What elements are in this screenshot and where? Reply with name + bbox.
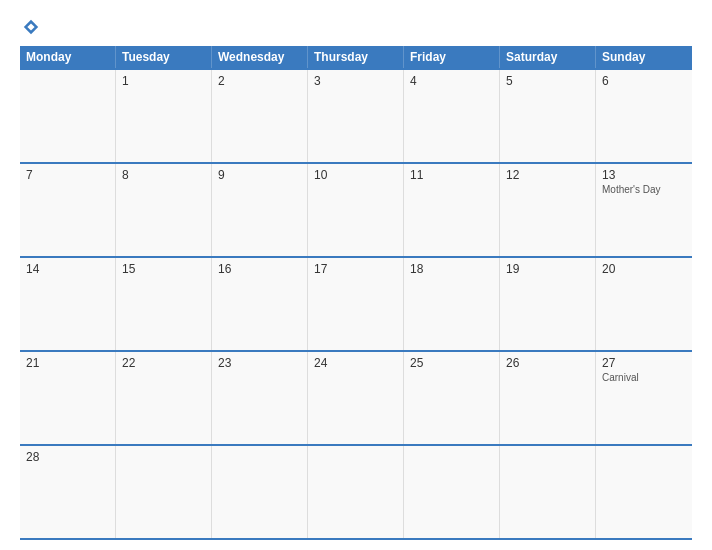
calendar-cell: 25 — [404, 352, 500, 444]
day-number: 2 — [218, 74, 301, 88]
day-number: 12 — [506, 168, 589, 182]
calendar-cell: 7 — [20, 164, 116, 256]
day-number: 28 — [26, 450, 109, 464]
calendar-week-2: 78910111213Mother's Day — [20, 162, 692, 256]
calendar-cell: 3 — [308, 70, 404, 162]
calendar-week-3: 14151617181920 — [20, 256, 692, 350]
calendar-cell: 21 — [20, 352, 116, 444]
calendar-cell: 9 — [212, 164, 308, 256]
calendar-cell: 14 — [20, 258, 116, 350]
day-number: 10 — [314, 168, 397, 182]
calendar-cell — [308, 446, 404, 538]
header — [20, 18, 692, 36]
calendar-cell: 10 — [308, 164, 404, 256]
day-number: 18 — [410, 262, 493, 276]
header-day-thursday: Thursday — [308, 46, 404, 68]
calendar-cell: 13Mother's Day — [596, 164, 692, 256]
calendar-cell: 4 — [404, 70, 500, 162]
calendar-week-1: 123456 — [20, 68, 692, 162]
day-number: 8 — [122, 168, 205, 182]
day-number: 15 — [122, 262, 205, 276]
day-number: 20 — [602, 262, 686, 276]
calendar-cell: 5 — [500, 70, 596, 162]
calendar-event: Mother's Day — [602, 184, 686, 195]
day-number: 17 — [314, 262, 397, 276]
calendar-cell: 2 — [212, 70, 308, 162]
calendar-cell — [500, 446, 596, 538]
calendar-cell: 1 — [116, 70, 212, 162]
calendar-body: 12345678910111213Mother's Day14151617181… — [20, 68, 692, 540]
calendar-cell: 6 — [596, 70, 692, 162]
day-number: 4 — [410, 74, 493, 88]
day-number: 26 — [506, 356, 589, 370]
day-number: 3 — [314, 74, 397, 88]
header-day-friday: Friday — [404, 46, 500, 68]
calendar-cell — [212, 446, 308, 538]
calendar-cell: 28 — [20, 446, 116, 538]
day-number: 22 — [122, 356, 205, 370]
day-number: 19 — [506, 262, 589, 276]
calendar-cell — [116, 446, 212, 538]
logo-icon — [22, 18, 40, 36]
calendar-cell: 8 — [116, 164, 212, 256]
calendar-event: Carnival — [602, 372, 686, 383]
calendar-cell: 19 — [500, 258, 596, 350]
day-number: 14 — [26, 262, 109, 276]
header-day-saturday: Saturday — [500, 46, 596, 68]
calendar-cell: 16 — [212, 258, 308, 350]
calendar-cell: 11 — [404, 164, 500, 256]
calendar-cell: 27Carnival — [596, 352, 692, 444]
calendar-cell: 20 — [596, 258, 692, 350]
calendar-cell — [404, 446, 500, 538]
calendar: MondayTuesdayWednesdayThursdayFridaySatu… — [20, 46, 692, 540]
day-number: 23 — [218, 356, 301, 370]
calendar-header-row: MondayTuesdayWednesdayThursdayFridaySatu… — [20, 46, 692, 68]
day-number: 21 — [26, 356, 109, 370]
logo — [20, 18, 40, 36]
header-day-sunday: Sunday — [596, 46, 692, 68]
calendar-cell: 26 — [500, 352, 596, 444]
day-number: 27 — [602, 356, 686, 370]
day-number: 6 — [602, 74, 686, 88]
day-number: 9 — [218, 168, 301, 182]
header-day-wednesday: Wednesday — [212, 46, 308, 68]
calendar-cell: 12 — [500, 164, 596, 256]
calendar-cell: 18 — [404, 258, 500, 350]
calendar-week-4: 21222324252627Carnival — [20, 350, 692, 444]
calendar-cell: 22 — [116, 352, 212, 444]
header-day-monday: Monday — [20, 46, 116, 68]
day-number: 24 — [314, 356, 397, 370]
day-number: 11 — [410, 168, 493, 182]
day-number: 5 — [506, 74, 589, 88]
calendar-page: MondayTuesdayWednesdayThursdayFridaySatu… — [0, 0, 712, 550]
calendar-cell: 23 — [212, 352, 308, 444]
day-number: 7 — [26, 168, 109, 182]
calendar-cell — [20, 70, 116, 162]
day-number: 16 — [218, 262, 301, 276]
day-number: 13 — [602, 168, 686, 182]
day-number: 1 — [122, 74, 205, 88]
calendar-cell — [596, 446, 692, 538]
calendar-cell: 15 — [116, 258, 212, 350]
calendar-cell: 24 — [308, 352, 404, 444]
calendar-week-5: 28 — [20, 444, 692, 540]
calendar-cell: 17 — [308, 258, 404, 350]
day-number: 25 — [410, 356, 493, 370]
header-day-tuesday: Tuesday — [116, 46, 212, 68]
